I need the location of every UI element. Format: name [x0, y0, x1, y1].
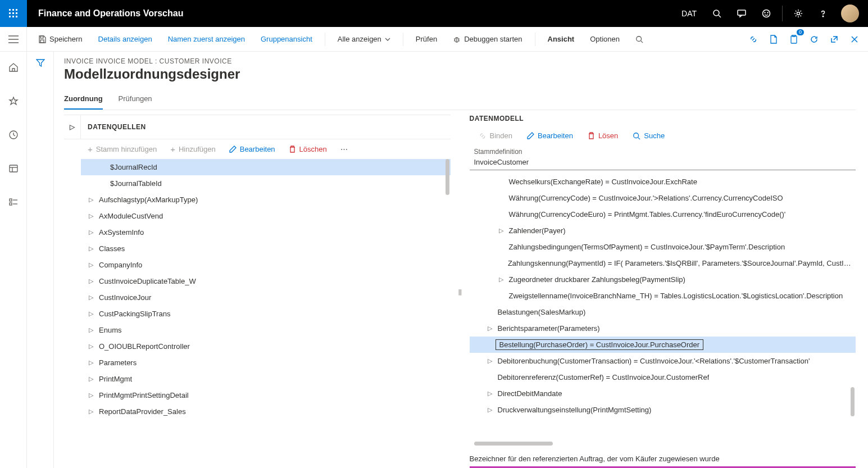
- rail-modules[interactable]: [2, 191, 25, 213]
- dm-tree-item[interactable]: ▷Währung(CurrencyCodeEuro) = PrintMgmt.T…: [470, 206, 856, 222]
- chat-icon: [737, 9, 746, 18]
- rail-favorites[interactable]: [2, 90, 25, 112]
- ds-tree-item[interactable]: ▷Enums: [81, 322, 451, 338]
- show-details-button[interactable]: Details anzeigen: [92, 31, 159, 47]
- splitter-handle[interactable]: ▮: [458, 115, 462, 468]
- dm-tree-item[interactable]: ▷Bestellung(PurchaseOrder) = CustInvoice…: [470, 337, 856, 353]
- show-all-dropdown[interactable]: Alle anzeigen: [331, 31, 397, 47]
- help-button[interactable]: [812, 0, 834, 27]
- dm-tree-item[interactable]: ▷Berichtsparameter(Parameters): [470, 320, 856, 337]
- svg-rect-39: [10, 203, 12, 205]
- star-icon: [8, 96, 19, 106]
- ds-delete-button[interactable]: Löschen: [284, 143, 331, 156]
- filter-button[interactable]: [36, 58, 45, 468]
- dm-tree-item[interactable]: ▷DirectDebitMandate: [470, 385, 856, 402]
- tree-item-label: CustPackingSlipTrans: [97, 310, 170, 318]
- ds-tree[interactable]: ▷$JournalRecId▷$JournalTableId▷Aufschlag…: [64, 159, 451, 468]
- dm-tree-item[interactable]: ▷Wechselkurs(ExchangeRate) = CustInvoice…: [470, 174, 856, 190]
- attachments-button[interactable]: [765, 30, 783, 48]
- ds-tree-item[interactable]: ▷Classes: [81, 240, 451, 257]
- ds-tree-item[interactable]: ▷CustInvoiceDuplicateTable_W: [81, 273, 451, 289]
- show-names-first-button[interactable]: Namen zuerst anzeigen: [161, 31, 252, 47]
- dm-edit-button[interactable]: Bearbeiten: [522, 129, 578, 142]
- tree-item-label: Classes: [97, 244, 125, 253]
- ds-tree-item[interactable]: ▷CustInvoiceJour: [81, 289, 451, 306]
- chevron-right-icon: ▷: [85, 392, 97, 399]
- left-rail: [0, 52, 27, 468]
- chevron-right-icon: ▷: [484, 390, 496, 397]
- search-icon: [633, 132, 640, 140]
- cmdbar-search-button[interactable]: [629, 32, 650, 47]
- dm-tree-item[interactable]: ▷Zahlungskennung(PaymentId) = IF( Parame…: [470, 255, 856, 271]
- avatar[interactable]: [841, 4, 859, 22]
- dm-tree-item[interactable]: ▷Druckverwaltungseinstellung(PrintMgmtSe…: [470, 402, 856, 418]
- ds-tree-item[interactable]: ▷PrintMgmtPrintSettingDetail: [81, 387, 451, 403]
- feedback-button[interactable]: [755, 0, 778, 27]
- dm-delete-button[interactable]: Lösen: [583, 129, 622, 142]
- svg-point-9: [714, 10, 719, 16]
- notifications-button[interactable]: 0: [785, 30, 803, 48]
- settings-button[interactable]: [787, 0, 810, 27]
- dm-tree-item[interactable]: ▷Zugeordneter druckbarer Zahlungsbeleg(P…: [470, 271, 856, 288]
- group-view-button[interactable]: Gruppenansicht: [254, 31, 319, 47]
- messages-button[interactable]: [730, 0, 753, 27]
- company-selector[interactable]: DAT: [675, 9, 703, 18]
- ds-tree-item[interactable]: ▷O_OIOUBLReportController: [81, 338, 451, 355]
- scrollbar[interactable]: [446, 159, 449, 195]
- dm-tree[interactable]: ▷Wechselkurs(ExchangeRate) = CustInvoice…: [470, 174, 856, 439]
- ds-tree-item[interactable]: ▷AxSystemInfo: [81, 224, 451, 240]
- rail-workspaces[interactable]: [2, 157, 25, 180]
- popout-button[interactable]: [825, 30, 843, 48]
- edit-icon: [229, 146, 237, 153]
- ds-tree-item[interactable]: ▷Aufschlagstyp(AxMarkupType): [81, 192, 451, 208]
- rail-recent[interactable]: [2, 124, 25, 146]
- refresh-button[interactable]: [805, 30, 823, 48]
- svg-rect-0: [9, 9, 11, 11]
- ds-tree-item[interactable]: ▷$JournalTableId: [81, 175, 451, 192]
- dm-tree-item[interactable]: ▷Belastungen(SalesMarkup): [470, 304, 856, 320]
- options-menu[interactable]: Optionen: [583, 31, 626, 47]
- dm-tree-item[interactable]: ▷Währung(CurrencyCode) = CustInvoiceJour…: [470, 190, 856, 206]
- chevron-right-icon: ▷: [85, 375, 97, 383]
- ds-collapse-button[interactable]: ▷: [64, 115, 81, 139]
- tree-item-label: Währung(CurrencyCode) = CustInvoiceJour.…: [507, 194, 783, 202]
- dm-tree-item[interactable]: ▷Debitorenreferenz(CustomerRef) = CustIn…: [470, 369, 856, 385]
- modules-icon: [8, 197, 19, 207]
- debug-start-button[interactable]: Debuggen starten: [446, 31, 529, 47]
- tree-item-label: ReportDataProvider_Sales: [97, 407, 186, 416]
- app-launcher-button[interactable]: [0, 0, 27, 27]
- save-button[interactable]: Speichern: [31, 31, 89, 47]
- check-button[interactable]: Prüfen: [409, 31, 444, 47]
- svg-rect-8: [16, 16, 17, 17]
- scrollbar[interactable]: [851, 387, 855, 416]
- tab-mapping[interactable]: Zuordnung: [64, 90, 103, 110]
- nav-toggle-button[interactable]: [0, 27, 27, 51]
- ds-tree-item[interactable]: ▷ReportDataProvider_Sales: [81, 403, 451, 420]
- ds-tree-item[interactable]: ▷CustPackingSlipTrans: [81, 306, 451, 322]
- dm-search-button[interactable]: Suche: [628, 129, 669, 142]
- ds-edit-button[interactable]: Bearbeiten: [225, 143, 280, 156]
- tree-item-label: Druckverwaltungseinstellung(PrintMgmtSet…: [496, 406, 652, 414]
- dm-tree-item[interactable]: ▷Debitorenbuchung(CustomerTransaction) =…: [470, 353, 856, 369]
- ds-tree-item[interactable]: ▷CompanyInfo: [81, 257, 451, 273]
- dm-tree-item[interactable]: ▷Zahlender(Payer): [470, 222, 856, 239]
- ds-tree-item[interactable]: ▷Parameters: [81, 355, 451, 371]
- ds-tree-item[interactable]: ▷PrintMgmt: [81, 371, 451, 387]
- ds-more-button[interactable]: ⋯: [336, 143, 352, 156]
- dm-root-value[interactable]: InvoiceCustomer: [470, 156, 856, 170]
- close-button[interactable]: [846, 30, 864, 48]
- rail-home[interactable]: [2, 56, 25, 79]
- tree-item-label: PrintMgmt: [97, 375, 132, 383]
- svg-rect-11: [738, 10, 746, 15]
- ds-tree-item[interactable]: ▷AxModuleCustVend: [81, 208, 451, 224]
- scrollbar-horizontal[interactable]: [474, 442, 553, 446]
- link-button[interactable]: [744, 30, 762, 48]
- svg-rect-7: [12, 16, 14, 17]
- ds-tree-item[interactable]: ▷$JournalRecId: [81, 159, 451, 175]
- search-button[interactable]: [706, 0, 728, 27]
- dm-tree-item[interactable]: ▷Zahlungsbedingungen(TermsOfPayment) = C…: [470, 239, 856, 255]
- svg-line-27: [458, 40, 460, 41]
- dm-tree-item[interactable]: ▷Zweigstellenname(InvoiceBranchName_TH) …: [470, 288, 856, 304]
- tab-checks[interactable]: Prüfungen: [119, 90, 152, 110]
- view-menu[interactable]: Ansicht: [541, 31, 581, 47]
